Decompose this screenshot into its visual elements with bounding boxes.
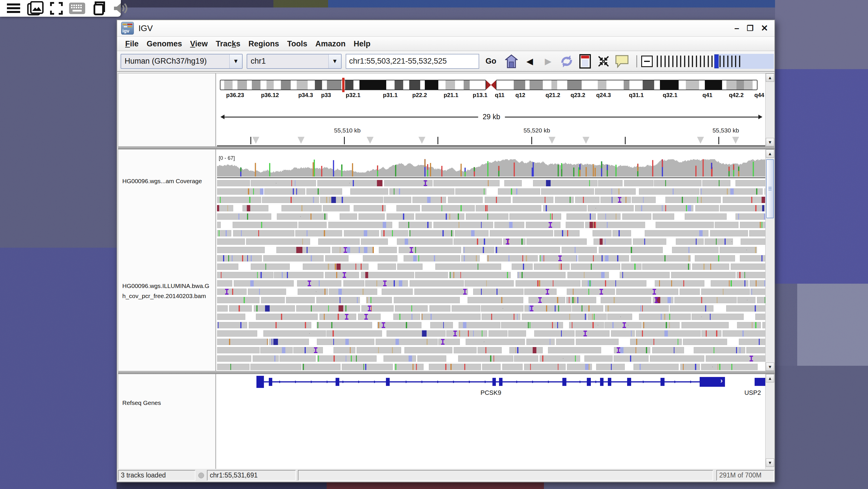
- minimize-button[interactable]: –: [735, 24, 739, 32]
- zoom-tick[interactable]: [684, 56, 685, 67]
- fullscreen-icon[interactable]: [50, 2, 63, 15]
- scroll-up-button[interactable]: ▲: [766, 74, 774, 82]
- zoom-tick[interactable]: [711, 56, 713, 67]
- gene-track-label[interactable]: Refseq Genes: [122, 399, 161, 406]
- zoom-tick[interactable]: [723, 56, 724, 67]
- gene-name-label[interactable]: USP2: [744, 389, 761, 397]
- forward-button[interactable]: ▶: [540, 53, 556, 69]
- gene-exon[interactable]: [587, 378, 591, 386]
- scroll-down-button[interactable]: ▼: [766, 138, 774, 146]
- alignment-panel-data-area[interactable]: [0 - 67]: [217, 149, 766, 371]
- gene-exon[interactable]: [660, 378, 664, 386]
- ideogram-arm[interactable]: [220, 80, 486, 90]
- alignment-track-label-line2[interactable]: h_cov_pcr_free.20140203.bam: [122, 293, 206, 299]
- menu-view[interactable]: View: [186, 38, 212, 50]
- scroll-up-button[interactable]: ▲: [766, 374, 774, 382]
- chevron-down-icon[interactable]: ▼: [329, 54, 341, 68]
- zoom-tick[interactable]: [719, 56, 721, 67]
- ruler-marker-triangle[interactable]: [367, 137, 374, 144]
- ruler-marker-triangle[interactable]: [252, 137, 259, 144]
- chromosome-select[interactable]: chr1 ▼: [247, 54, 342, 69]
- scroll-down-button[interactable]: ▼: [766, 363, 774, 371]
- alignment-panel-scrollbar[interactable]: ▲ ▼: [765, 149, 774, 371]
- screenshot-icon[interactable]: [27, 1, 44, 16]
- zoom-tick[interactable]: [672, 56, 674, 67]
- zoom-tick[interactable]: [676, 56, 678, 67]
- menu-help[interactable]: Help: [350, 38, 375, 50]
- gene-exon[interactable]: [386, 378, 390, 386]
- zoom-slider-thumb[interactable]: [714, 54, 719, 68]
- zoom-tick[interactable]: [704, 56, 705, 67]
- fit-to-window-button[interactable]: [595, 53, 612, 69]
- locus-input[interactable]: [346, 54, 479, 69]
- ruler-marker-triangle[interactable]: [549, 137, 555, 144]
- maximize-button[interactable]: ❐: [747, 24, 753, 32]
- zoom-tick[interactable]: [708, 56, 709, 67]
- zoom-tick[interactable]: [664, 56, 666, 67]
- ruler-marker-triangle[interactable]: [697, 137, 704, 144]
- zoom-tick[interactable]: [739, 56, 740, 67]
- alignment-track-label-line1[interactable]: HG00096.wgs.ILLUMINA.bwa.G: [122, 283, 209, 289]
- zoom-tick[interactable]: [735, 56, 736, 67]
- home-button[interactable]: [503, 53, 520, 69]
- ideogram-arm[interactable]: [496, 80, 758, 90]
- feature-panel-data-area[interactable]: ››››››››››››››››››››››PCSK9USP2: [217, 374, 766, 469]
- gene-name-label[interactable]: PCSK9: [480, 389, 501, 397]
- clipboard-icon[interactable]: [92, 1, 106, 16]
- gene-exon[interactable]: [627, 378, 631, 386]
- menu-regions[interactable]: Regions: [244, 38, 283, 50]
- ruler-marker-triangle[interactable]: [418, 137, 425, 144]
- ruler-marker-triangle[interactable]: [583, 137, 589, 144]
- menu-genomes[interactable]: Genomes: [143, 38, 186, 50]
- menu-file[interactable]: File: [121, 38, 143, 50]
- gene-exon[interactable]: [256, 376, 264, 388]
- zoom-out-icon[interactable]: [641, 56, 653, 67]
- feature-panel-scrollbar[interactable]: ▲ ▼: [765, 374, 774, 469]
- scroll-down-button[interactable]: ▼: [766, 458, 774, 467]
- zoom-tick[interactable]: [668, 56, 670, 67]
- gene-exon[interactable]: [562, 378, 566, 386]
- gene-exon[interactable]: [600, 378, 603, 386]
- panel-splitter[interactable]: [118, 147, 775, 149]
- menu-icon[interactable]: [6, 3, 21, 14]
- zoom-slider[interactable]: [641, 53, 774, 69]
- menu-tools[interactable]: Tools: [283, 38, 311, 50]
- gene-exon[interactable]: ›: [700, 377, 725, 387]
- speaker-icon[interactable]: [113, 2, 128, 15]
- chromosome-ideogram[interactable]: [220, 80, 763, 90]
- locus-panel-data-area[interactable]: p36.23p36.12p34.3p33p32.1p31.1p22.2p21.1…: [217, 74, 766, 146]
- zoom-tick[interactable]: [660, 56, 662, 67]
- locus-panel-scrollbar[interactable]: ▲ ▼: [765, 74, 774, 146]
- chevron-down-icon[interactable]: ▼: [229, 54, 242, 68]
- tooltip-toggle-button[interactable]: [614, 53, 630, 69]
- zoom-tick-ruler[interactable]: [656, 53, 774, 69]
- zoom-tick[interactable]: [727, 56, 728, 67]
- zoom-tick[interactable]: [692, 56, 693, 67]
- genome-select[interactable]: Human (GRCh37/hg19) ▼: [121, 54, 243, 69]
- gene-exon[interactable]: [492, 378, 496, 386]
- menu-tracks[interactable]: Tracks: [212, 38, 245, 50]
- gene-exon[interactable]: [754, 378, 766, 386]
- alignment-reads-canvas[interactable]: [217, 149, 766, 371]
- coverage-track-label[interactable]: HG00096.wgs...am Coverage: [122, 178, 202, 184]
- menu-amazon[interactable]: Amazon: [311, 38, 350, 50]
- zoom-tick[interactable]: [657, 56, 658, 67]
- ruler-marker-triangle[interactable]: [732, 137, 739, 144]
- refresh-button[interactable]: [559, 53, 575, 69]
- scrollbar-thumb[interactable]: [766, 159, 774, 218]
- keyboard-icon[interactable]: [69, 3, 85, 14]
- zoom-tick[interactable]: [700, 56, 701, 67]
- ruler-marker-triangle[interactable]: [298, 137, 305, 144]
- define-region-button[interactable]: [577, 53, 593, 69]
- close-button[interactable]: ✕: [761, 24, 768, 32]
- scroll-up-button[interactable]: ▲: [766, 149, 774, 158]
- panel-splitter[interactable]: [118, 371, 775, 374]
- gene-exon[interactable]: [499, 378, 502, 386]
- zoom-tick[interactable]: [731, 56, 733, 67]
- zoom-tick[interactable]: [680, 56, 681, 67]
- back-button[interactable]: ◀: [522, 53, 538, 69]
- zoom-tick[interactable]: [696, 56, 697, 67]
- gene-exon[interactable]: [269, 378, 272, 386]
- gene-exon[interactable]: [608, 378, 611, 386]
- go-button[interactable]: Go: [483, 56, 499, 67]
